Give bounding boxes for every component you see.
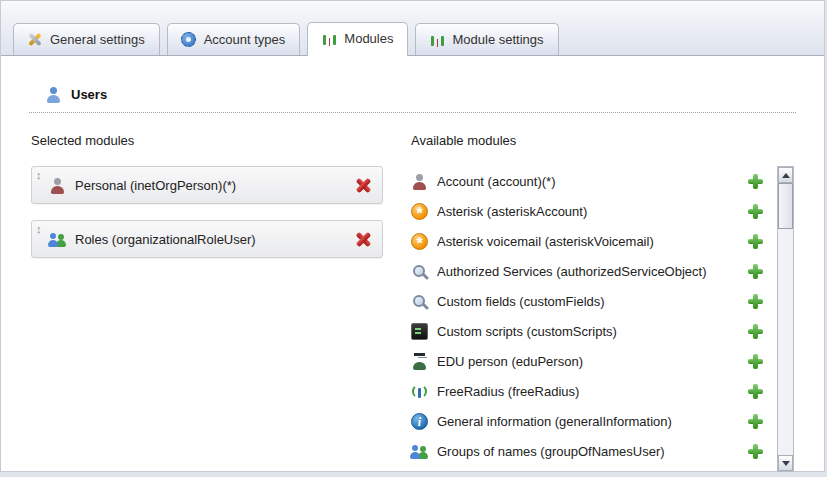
modules-panel: Users Selected modules Personal (inetOrg… [1,56,824,472]
section-title: Users [71,87,107,102]
available-module-label: Custom fields (customFields) [437,294,748,309]
selected-module-label: Roles (organizationalRoleUser) [75,232,355,247]
tab-module-settings[interactable]: Module settings [415,23,558,55]
available-module-label: EDU person (eduPerson) [437,354,748,369]
add-module-button[interactable] [748,174,763,189]
person-icon [49,177,66,194]
tab-label: Modules [344,31,393,46]
selected-module-row[interactable]: Personal (inetOrgPerson)(*) [31,166,383,204]
available-module-row: Asterisk (asteriskAccount) [411,196,769,226]
tab-general-settings[interactable]: General settings [13,23,160,55]
available-module-row: EDU person (eduPerson) [411,346,769,376]
tab-label: Account types [204,32,286,47]
available-module-row: General information (generalInformation) [411,406,769,436]
available-modules-heading: Available modules [411,133,794,148]
asterisk-icon [411,233,428,250]
add-module-button[interactable] [748,384,763,399]
terminal-icon [411,323,428,340]
available-module-row: Authorized Services (authorizedServiceOb… [411,256,769,286]
available-module-row: FreeRadius (freeRadius) [411,376,769,406]
magnifier-icon [411,263,428,280]
scroll-up-button[interactable] [778,167,793,183]
available-module-label: Asterisk (asteriskAccount) [437,204,748,219]
available-modules-list: Account (account)(*) Asterisk (asteriskA… [411,166,769,472]
add-module-button[interactable] [748,294,763,309]
magnifier-icon [411,293,428,310]
available-module-label: General information (generalInformation) [437,414,748,429]
tab-account-types[interactable]: Account types [167,23,301,55]
selected-modules-column: Selected modules Personal (inetOrgPerson… [31,131,383,472]
badge-icon [180,31,197,48]
tab-label: Module settings [452,32,543,47]
scroll-down-button[interactable] [778,455,793,471]
remove-module-button[interactable] [355,231,372,248]
drag-handle-icon[interactable] [36,170,46,181]
available-module-row: Account (account)(*) [411,166,769,196]
tab-label: General settings [50,32,145,47]
scrollbar-thumb[interactable] [778,183,793,229]
settings-window: General settings Account types Modules M… [0,0,825,472]
selected-module-label: Personal (inetOrgPerson)(*) [75,178,355,193]
user-icon [45,86,62,103]
add-module-button[interactable] [748,324,763,339]
section-heading-users: Users [29,86,796,113]
add-module-button[interactable] [748,234,763,249]
add-module-button[interactable] [748,414,763,429]
available-module-row: Custom scripts (customScripts) [411,316,769,346]
group-icon [49,231,66,248]
tab-modules[interactable]: Modules [307,22,408,56]
remove-module-button[interactable] [355,177,372,194]
modules-icon [320,30,337,47]
scrollbar[interactable] [777,166,794,472]
asterisk-icon [411,203,428,220]
available-module-label: Asterisk voicemail (asteriskVoicemail) [437,234,748,249]
available-module-label: Authorized Services (authorizedServiceOb… [437,264,748,279]
available-module-row: Asterisk voicemail (asteriskVoicemail) [411,226,769,256]
add-module-button[interactable] [748,264,763,279]
available-module-row: Groups of names (groupOfNamesUser) [411,436,769,466]
selected-module-row[interactable]: Roles (organizationalRoleUser) [31,220,383,258]
tab-bar: General settings Account types Modules M… [1,1,824,56]
radio-icon [411,383,428,400]
selected-modules-heading: Selected modules [31,133,383,148]
info-icon [411,413,428,430]
available-module-label: Account (account)(*) [437,174,748,189]
available-module-row: Custom fields (customFields) [411,286,769,316]
drag-handle-icon[interactable] [36,224,46,235]
modules-icon [428,31,445,48]
tools-icon [26,31,43,48]
add-module-button[interactable] [748,204,763,219]
available-module-label: FreeRadius (freeRadius) [437,384,748,399]
scrollbar-track[interactable] [778,229,793,455]
graduate-icon [411,353,428,370]
add-module-button[interactable] [748,444,763,459]
person-icon [411,173,428,190]
available-module-label: Groups of names (groupOfNamesUser) [437,444,748,459]
group-icon [411,443,428,460]
available-modules-column: Available modules Account (account)(*) A… [411,131,794,472]
available-module-label: Custom scripts (customScripts) [437,324,748,339]
add-module-button[interactable] [748,354,763,369]
